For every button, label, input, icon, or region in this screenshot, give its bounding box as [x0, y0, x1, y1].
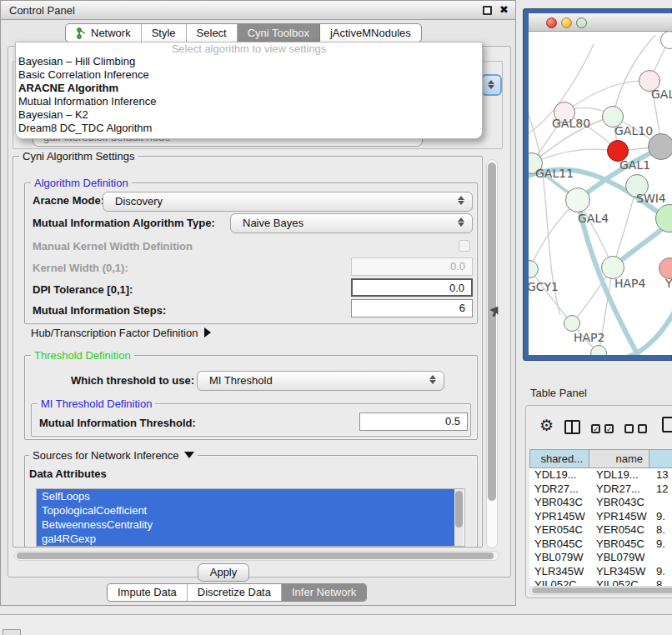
float-window-icon[interactable] [483, 6, 492, 15]
cell-name: YBL079W [589, 551, 649, 565]
tab-style-label: Style [152, 24, 176, 42]
expand-right-icon [204, 328, 211, 338]
attribute-topologicalcoefficient[interactable]: TopologicalCoefficient [37, 503, 454, 518]
algorithm-option-aracne[interactable]: ARACNE Algorithm [16, 82, 482, 95]
cell-name: YLR345W [589, 565, 649, 579]
algorithm-option-mutual-information[interactable]: Mutual Information Inference [16, 95, 482, 108]
dpi-tolerance-label: DPI Tolerance [0,1]: [33, 283, 133, 296]
node-label-gal10: GAL10 [614, 124, 653, 138]
node-label-hap2: HAP2 [574, 331, 604, 344]
close-icon[interactable]: ✖ [499, 3, 509, 16]
tab-impute-data-label: Impute Data [118, 584, 177, 601]
gear-icon[interactable]: ⚙ [539, 416, 554, 435]
attributes-scrollbar[interactable] [454, 489, 464, 546]
table-horizontal-scrollbar[interactable] [529, 586, 672, 595]
control-panel-window: Control Panel ✖ Network Style Select Cyn… [0, 0, 516, 606]
table-horizontal-scrollbar-thumb[interactable] [532, 588, 672, 593]
settings-horizontal-scrollbar[interactable] [14, 551, 499, 561]
cell-shared: YDL19... [529, 468, 589, 482]
attributes-scrollbar-thumb[interactable] [455, 491, 463, 528]
tab-jactivemnodules-label: jActiveMNodules [330, 24, 411, 42]
document-icon[interactable] [662, 417, 672, 432]
algorithm-option-basic-correlation[interactable]: Basic Correlation Inference [16, 68, 482, 82]
node-label-gal1: GAL1 [619, 158, 650, 172]
network-canvas[interactable]: GAL GAL80 GAL10 GAL1 GAL11 SWI4 GAL4 GCY… [529, 32, 672, 355]
tab-infer-network[interactable]: Infer Network [282, 584, 366, 601]
tab-discretize-data[interactable]: Discretize Data [188, 584, 282, 601]
cell-extra: 8 [649, 578, 672, 586]
dpi-tolerance-field[interactable]: 0.0 [351, 278, 473, 297]
algorithm-option-dream8[interactable]: Dream8 DC_TDC Algorithm [16, 122, 482, 135]
minimize-traffic-light-icon[interactable] [561, 18, 572, 28]
data-attributes-list[interactable]: SelfLoops TopologicalCoefficient Between… [36, 488, 465, 547]
node-gal4[interactable] [565, 188, 590, 212]
mi-steps-label: Mutual Information Steps: [33, 304, 166, 317]
mi-threshold-label: Mutual Information Threshold: [39, 417, 196, 429]
algorithm-combo-stepper[interactable] [481, 74, 502, 96]
cell-shared: YIL052C [529, 578, 589, 586]
table-body[interactable]: YDL19...YDL19...13 YDR27...YDR27...12 YB… [529, 468, 672, 586]
cell-extra: 9. [649, 510, 672, 524]
partial-bottom-button[interactable] [3, 629, 21, 635]
close-traffic-light-icon[interactable] [546, 18, 557, 28]
table-row[interactable]: YPR145WYPR145W9. [529, 510, 672, 524]
settings-horizontal-scrollbar-thumb[interactable] [17, 552, 494, 559]
which-threshold-combo[interactable]: MI Threshold [197, 371, 444, 391]
tab-cyni-toolbox[interactable]: Cyni Toolbox [238, 24, 320, 42]
attribute-betweennesscentrality[interactable]: BetweennessCentrality [37, 518, 454, 532]
aracne-mode-combo[interactable]: Discovery [103, 192, 473, 212]
checked-checkbox-icon[interactable]: ✓ [604, 424, 614, 433]
table-row[interactable]: YDL19...YDL19...13 [529, 468, 672, 482]
checked-checkbox-icon[interactable]: ✓ [591, 424, 600, 433]
attribute-selfloops[interactable]: SelfLoops [37, 489, 454, 503]
node-label-gal11: GAL11 [535, 167, 574, 180]
node-label-gal: GAL [651, 88, 672, 101]
split-columns-icon[interactable] [564, 420, 580, 434]
screen: Control Panel ✖ Network Style Select Cyn… [0, 0, 672, 635]
tab-style[interactable]: Style [142, 24, 187, 42]
stepper-arrows-icon [457, 196, 465, 205]
hub-definition-expander[interactable]: Hub/Transcription Factor Definition [31, 327, 211, 339]
algorithm-dropdown-popup: Select algorithm to view settings Bayesi… [15, 42, 483, 139]
algorithm-option-bayesian-k2[interactable]: Bayesian – K2 [16, 108, 482, 122]
kernel-width-field[interactable]: 0.0 [351, 258, 473, 276]
table-row[interactable]: YIL052CYIL052C8 [529, 578, 672, 586]
table-row[interactable]: YDR27...YDR27...12 [529, 482, 672, 497]
table-row[interactable]: YLR345WYLR345W9. [529, 565, 672, 579]
table-panel: ⚙ ✓ ✓ shared... name YDL19...YDL19...13 … [525, 405, 672, 598]
column-header-shared[interactable]: shared... [529, 449, 589, 468]
collapse-down-icon [184, 452, 194, 458]
settings-vertical-scrollbar[interactable] [486, 159, 498, 548]
algorithm-option-bayesian-hill-climbing[interactable]: Bayesian – Hill Climbing [16, 55, 482, 68]
table-row[interactable]: YBR043CYBR043C [529, 496, 672, 510]
mi-type-combo[interactable]: Naive Bayes [230, 213, 473, 233]
apply-button[interactable]: Apply [198, 563, 249, 582]
tab-network[interactable]: Network [66, 24, 142, 42]
table-row[interactable]: YBR045CYBR045C9. [529, 538, 672, 552]
attribute-gal4rgexp[interactable]: gal4RGexp [37, 532, 454, 546]
cell-name: YDR27... [589, 482, 649, 497]
table-row[interactable]: YER054CYER054C8. [529, 523, 672, 538]
zoom-traffic-light-icon[interactable] [576, 18, 587, 28]
network-window-titlebar[interactable] [529, 13, 672, 32]
cell-shared: YPR145W [529, 510, 589, 524]
unchecked-checkbox-icon[interactable] [624, 424, 634, 433]
column-header-name[interactable]: name [589, 449, 649, 468]
column-header-extra[interactable] [649, 449, 672, 468]
sources-title[interactable]: Sources for Network Inference [29, 449, 198, 462]
cell-name: YBR045C [589, 538, 649, 552]
tab-jactivemnodules[interactable]: jActiveMNodules [320, 24, 421, 42]
settings-vertical-scrollbar-thumb[interactable] [488, 162, 496, 501]
unchecked-checkbox-icon[interactable] [638, 424, 647, 433]
control-panel-titlebar[interactable]: Control Panel ✖ [1, 1, 515, 20]
mi-steps-field[interactable]: 6 [351, 299, 473, 318]
tab-impute-data[interactable]: Impute Data [108, 584, 188, 601]
mi-threshold-field[interactable]: 0.5 [359, 412, 468, 431]
table-row[interactable]: YBL079WYBL079W [529, 551, 672, 565]
cell-extra: 9. [649, 565, 672, 579]
tab-select[interactable]: Select [187, 24, 238, 42]
manual-kernel-checkbox[interactable] [459, 240, 470, 252]
node-label-gal4: GAL4 [578, 212, 609, 225]
node-hap4[interactable] [601, 256, 624, 279]
node-hap2[interactable] [564, 315, 580, 332]
